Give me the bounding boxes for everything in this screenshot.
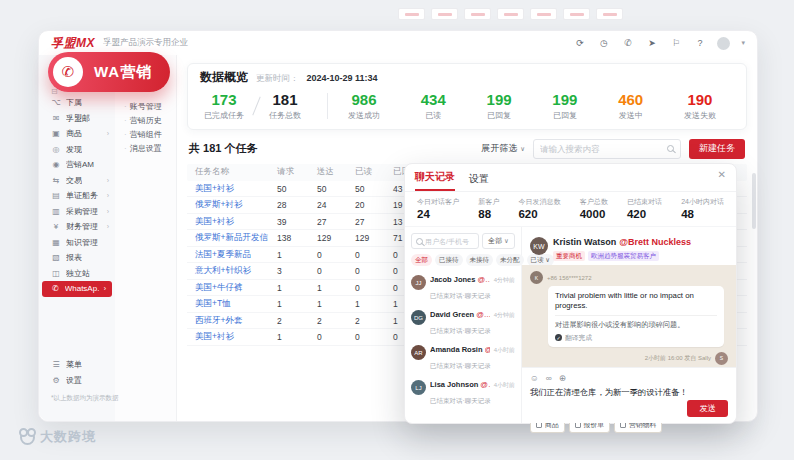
wa-marketing-badge: ✆ WA营销 xyxy=(48,52,170,92)
chat-record-panel: 聊天记录 设置 ✕ 今日对话客户24 新客户88 今日发消息数620 客户总数4… xyxy=(404,163,737,424)
task-name-link[interactable]: 西班牙+外套 xyxy=(187,315,277,327)
sidebar-item-settings[interactable]: ⚙设置 xyxy=(39,373,115,389)
chip-all[interactable]: 全部 xyxy=(411,254,432,266)
task-name-link[interactable]: 法国+夏季新品 xyxy=(187,249,277,261)
topbar-actions: ⟳ ◷ ✆ ➤ ⚐ ? ▾ xyxy=(573,37,745,50)
chat-search-input[interactable] xyxy=(425,238,474,245)
task-search-box[interactable] xyxy=(533,139,681,159)
send-icon[interactable]: ➤ xyxy=(645,37,658,50)
account-handle: @Brett Nuckless xyxy=(619,237,691,247)
task-name-link[interactable]: 美国+衬衫 xyxy=(187,331,277,343)
send-button[interactable]: 发送 xyxy=(687,400,728,417)
message-composer[interactable]: ☺ ∞ ⊕ 我们正在清理仓库，为新一季的设计准备！ 发送 xyxy=(522,367,736,423)
sidebar-item-procurement[interactable]: ▥采购管理› xyxy=(39,204,115,220)
scrollbar[interactable] xyxy=(752,173,756,229)
yen-icon: ¥ xyxy=(51,222,61,231)
sidebar-item-docs-shipping[interactable]: ▤单证船务› xyxy=(39,188,115,204)
chat-search-box[interactable] xyxy=(411,233,479,249)
chat-filter-select[interactable]: 全部∨ xyxy=(482,233,515,249)
sidebar-item-standalone-site[interactable]: ◫独立站 xyxy=(39,266,115,282)
divider xyxy=(327,93,328,119)
submenu-item-history[interactable]: 营销历史 xyxy=(115,113,176,127)
whatsapp-icon: ✆ xyxy=(51,284,60,293)
product-icon: ▣ xyxy=(51,129,61,138)
sidebar-item-finance[interactable]: ¥财务管理› xyxy=(39,219,115,235)
expand-filter-button[interactable]: 展开筛选∨ xyxy=(481,142,525,155)
history-icon[interactable]: ◷ xyxy=(597,37,610,50)
chip-unassigned[interactable]: 未分配 xyxy=(496,254,524,266)
mail-icon: ✉ xyxy=(51,114,61,123)
panel-tabs: 聊天记录 设置 ✕ xyxy=(405,164,736,192)
task-name-link[interactable]: 美国+牛仔裤 xyxy=(187,282,277,294)
list-item[interactable]: AR Amanda Rosin@Brett Nuc...已结束对话·聊天记录 4… xyxy=(411,341,515,376)
watermark-logo-icon xyxy=(20,430,35,445)
task-name-link[interactable]: 美国+衬衫 xyxy=(187,183,277,195)
sidebar-item-whatsapp[interactable]: ✆WhatsAp...› xyxy=(42,281,112,297)
chip-attended[interactable]: 已接待 xyxy=(435,254,463,266)
tab-settings[interactable]: 设置 xyxy=(469,172,489,191)
faded-tag xyxy=(464,8,491,20)
task-name-link[interactable]: 美国+T恤 xyxy=(187,298,277,310)
list-item[interactable]: DG David Green@Brett Nuckless已结束对话·聊天记录 … xyxy=(411,306,515,341)
chevron-right-icon: › xyxy=(107,177,109,184)
avatar: S xyxy=(715,352,728,365)
watermark-text: 大数跨境 xyxy=(40,428,96,446)
sidebar-item-subordinates[interactable]: ⌥下属 xyxy=(39,95,115,111)
submenu-item-accounts[interactable]: 账号管理 xyxy=(115,99,176,113)
close-icon[interactable]: ✕ xyxy=(718,169,726,180)
sidebar-item-trade[interactable]: ⇆交易› xyxy=(39,173,115,189)
attachment-icon[interactable]: ∞ xyxy=(546,373,552,383)
task-name-link[interactable]: 意大利+针织衫 xyxy=(187,265,277,277)
app-logo: 孚盟MX xyxy=(51,35,95,52)
overview-title: 数据概览 xyxy=(200,69,248,86)
refresh-icon[interactable]: ⟳ xyxy=(573,37,586,50)
tab-chat-records[interactable]: 聊天记录 xyxy=(415,170,455,191)
chat-stats-row: 今日对话客户24 新客户88 今日发消息数620 客户总数4000 已结束对话4… xyxy=(405,192,736,227)
task-name-link[interactable]: 美国+衬衫 xyxy=(187,216,277,228)
demo-data-footnote: *以上数据均为演示数据 xyxy=(39,388,115,413)
update-time-value: 2024-10-29 11:34 xyxy=(307,73,378,83)
sidebar-item-knowledge[interactable]: ▦知识管理 xyxy=(39,235,115,251)
help-icon[interactable]: ? xyxy=(693,37,706,50)
task-count: 共 181 个任务 xyxy=(189,141,257,156)
new-task-button[interactable]: 新建任务 xyxy=(689,139,745,159)
divider xyxy=(252,97,260,116)
submenu-item-components[interactable]: 营销组件 xyxy=(115,127,176,141)
sidebar-item-discover[interactable]: ◎发现 xyxy=(39,142,115,158)
task-name-link[interactable]: 俄罗斯+衬衫 xyxy=(187,199,277,211)
submenu-item-message-settings[interactable]: 消息设置 xyxy=(115,141,176,155)
emoji-icon[interactable]: ☺ xyxy=(530,373,539,383)
task-search-input[interactable] xyxy=(540,144,663,154)
composer-text[interactable]: 我们正在清理仓库，为新一季的设计准备！ xyxy=(530,387,728,398)
task-name-link[interactable]: 俄罗斯+新品开发信 xyxy=(187,232,277,244)
chart-icon: ▧ xyxy=(51,253,61,262)
stat-sending: 460 发送中 xyxy=(618,92,643,121)
conversation-list: JJ Jacob Jones@Brett Nuckless已结束对话·聊天记录 … xyxy=(411,271,515,411)
chip-unattended[interactable]: 未接待 xyxy=(466,254,494,266)
sidebar-item-marketing-am[interactable]: ◉营销AM xyxy=(39,157,115,173)
more-icon[interactable]: ⊕ xyxy=(559,373,566,383)
whatsapp-icon: ✆ xyxy=(53,57,83,87)
sidebar-item-reports[interactable]: ▧报表 xyxy=(39,250,115,266)
tag-important: 重要商机 xyxy=(553,251,585,261)
site-icon: ◫ xyxy=(51,269,61,278)
list-item[interactable]: LJ Lisa Johnson@Brett Nuc...已结束对话·聊天记录 4… xyxy=(411,376,515,411)
product-icon xyxy=(536,422,542,428)
user-avatar[interactable] xyxy=(717,37,730,50)
translate-status: 翻译完成 xyxy=(565,333,592,343)
stat-total-tasks: 181 任务总数 xyxy=(269,92,301,121)
search-icon[interactable] xyxy=(667,145,674,152)
sidebar-item-menu[interactable]: ☰菜单 xyxy=(39,357,115,373)
wa-badge-label: WA营销 xyxy=(94,63,152,82)
book-icon: ▦ xyxy=(51,238,61,247)
sidebar-item-mail[interactable]: ✉孚盟邮 xyxy=(39,111,115,127)
sidebar-bottom: ☰菜单 ⚙设置 *以上数据均为演示数据 xyxy=(39,357,115,421)
whatsapp-icon[interactable]: ✆ xyxy=(621,37,634,50)
bell-icon[interactable]: ⚐ xyxy=(669,37,682,50)
target-icon: ◉ xyxy=(51,160,61,169)
chevron-down-icon[interactable]: ▾ xyxy=(741,39,745,47)
sidebar-item-products[interactable]: ▣商品› xyxy=(39,126,115,142)
org-icon: ⌥ xyxy=(51,98,61,107)
list-item[interactable]: JJ Jacob Jones@Brett Nuckless已结束对话·聊天记录 … xyxy=(411,271,515,306)
material-icon xyxy=(620,422,626,428)
